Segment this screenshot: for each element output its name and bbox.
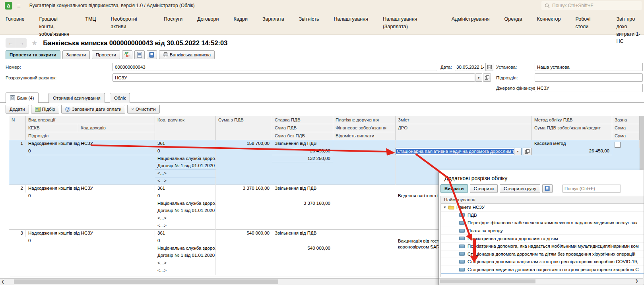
tab-assignments[interactable]: Отримані асигнування bbox=[48, 93, 105, 103]
cell-kor-1[interactable]: 361 bbox=[155, 185, 216, 193]
app-logo-icon[interactable]: a bbox=[5, 2, 12, 10]
add-row-button[interactable]: Додати bbox=[6, 105, 29, 114]
cell-sum-with-vat[interactable]: 3 370 160,00 bbox=[216, 185, 272, 193]
cell-sum-no-vat[interactable]: 540 000,00 bbox=[272, 245, 333, 252]
date-calendar-button[interactable] bbox=[486, 63, 493, 71]
create-button[interactable]: Створити bbox=[470, 184, 498, 193]
main-menu-icon[interactable]: ≡ bbox=[17, 3, 21, 9]
create-group-button[interactable]: Створити групу bbox=[500, 184, 540, 193]
tree-item[interactable]: Стаціонарна допомога пацієнтам з гострою… bbox=[441, 258, 644, 266]
cell-kor-6[interactable]: <...> bbox=[155, 177, 216, 185]
vertical-scrollbar-thumb[interactable] bbox=[640, 116, 644, 171]
date-field[interactable] bbox=[455, 63, 486, 71]
clear-button[interactable]: × Очистити bbox=[127, 105, 159, 114]
menu-robochi-stoly[interactable]: Робочі столи bbox=[575, 15, 601, 35]
cell-sum-no-vat[interactable]: 3 370 160,00 bbox=[272, 200, 333, 208]
tab-accounting[interactable]: Облік bbox=[110, 93, 130, 103]
registers-card-button[interactable] bbox=[147, 50, 157, 59]
global-search[interactable]: Пошук Ctrl+Shift+F bbox=[541, 1, 642, 10]
org-field[interactable] bbox=[535, 63, 643, 71]
cell-kor-6[interactable]: <...> bbox=[155, 222, 216, 230]
cell-kekv[interactable]: 0 bbox=[26, 148, 78, 155]
menu-dohovory[interactable]: Договори bbox=[197, 15, 219, 35]
tree-group-row[interactable]: ▼ Пакети НСЗУ bbox=[441, 204, 644, 212]
cell-kor-2[interactable]: 0 bbox=[155, 148, 216, 155]
cell-kor-5[interactable]: <...> bbox=[155, 170, 216, 177]
menu-tmc[interactable]: ТМЦ bbox=[85, 15, 96, 35]
dro-dropdown-button[interactable]: ▾ bbox=[514, 148, 522, 155]
popup-search-input[interactable] bbox=[562, 185, 621, 193]
collapse-icon[interactable]: ▼ bbox=[443, 206, 446, 209]
popup-scrollbar-thumb[interactable] bbox=[440, 279, 535, 283]
number-field[interactable] bbox=[113, 63, 437, 71]
cell-operation[interactable]: Надходження коштів від НСЗУ bbox=[26, 185, 155, 193]
cell-vat-rate[interactable]: Звільнення від ПДВ bbox=[272, 140, 333, 148]
print-bank-statement-button[interactable]: Банківська виписка bbox=[159, 50, 215, 59]
cell-vat-credit[interactable]: 26 450,00 bbox=[532, 148, 612, 155]
cell-kor-2[interactable]: 0 bbox=[155, 193, 216, 200]
document-structure-button[interactable] bbox=[134, 50, 145, 59]
cell-kor-6[interactable]: <...> bbox=[155, 267, 216, 275]
account-field[interactable] bbox=[113, 73, 475, 82]
pick-button[interactable]: Підбір bbox=[31, 105, 59, 114]
menu-zvit-dokhody[interactable]: Звіт про дохо витрати 1-НС bbox=[616, 15, 644, 35]
tree-item[interactable]: ПДВ bbox=[441, 212, 644, 220]
cell-kor-5[interactable]: <...> bbox=[155, 215, 216, 222]
menu-orenda[interactable]: Оренда bbox=[504, 15, 522, 35]
save-button[interactable]: Записати bbox=[62, 50, 90, 59]
menu-zvitnist[interactable]: Звітність bbox=[299, 15, 319, 35]
fill-payment-dates-button[interactable]: Заповнити дати оплати bbox=[61, 105, 126, 114]
cell-kor-3[interactable]: Національна служба здоро... bbox=[155, 245, 216, 252]
menu-holovne[interactable]: Головне bbox=[6, 15, 25, 35]
menu-kadry[interactable]: Кадри bbox=[233, 15, 247, 35]
department-field[interactable] bbox=[535, 73, 643, 82]
back-button[interactable]: ← bbox=[6, 38, 16, 48]
chevron-right-icon[interactable]: ❯ bbox=[635, 279, 638, 283]
chevron-left-icon[interactable]: ❮ bbox=[1, 279, 4, 284]
cell-operation[interactable]: Надходження коштів від НСЗУ bbox=[26, 140, 155, 148]
horizontal-scrollbar-thumb[interactable] bbox=[14, 279, 278, 284]
cell-flag[interactable] bbox=[612, 140, 640, 148]
cell-kor-4[interactable]: Договір № 1 від 01.01.2020 bbox=[155, 207, 216, 215]
favorite-star-icon[interactable]: ★ bbox=[31, 39, 37, 47]
dro-input[interactable]: Стаціонарна паліативна медична допомога … bbox=[396, 148, 514, 155]
cell-income-code[interactable] bbox=[78, 148, 155, 155]
cell-kor-3[interactable]: Національна служба здоро... bbox=[155, 200, 216, 208]
cell-sum-with-vat[interactable]: 540 000,00 bbox=[216, 230, 272, 237]
tree-item[interactable]: Стаціонарна допомога дорослим та дітям б… bbox=[441, 250, 644, 258]
dro-edit-widget[interactable]: Стаціонарна паліативна медична допомога … bbox=[396, 148, 531, 155]
funding-field[interactable] bbox=[535, 84, 643, 92]
cell-kekv[interactable]: 0 bbox=[26, 237, 78, 245]
cell-n[interactable]: 1 bbox=[9, 140, 26, 148]
tree-item[interactable]: Плата за оренду bbox=[441, 227, 644, 235]
menu-nalashtuvannia-zarplata[interactable]: Налаштування (Зарплата) bbox=[383, 15, 437, 35]
cell-payment-order[interactable] bbox=[333, 140, 396, 185]
checkbox[interactable] bbox=[615, 142, 621, 148]
cell-n[interactable]: 2 bbox=[9, 185, 26, 193]
cell-vat-rate[interactable]: Звільнення від ПДВ bbox=[272, 185, 333, 193]
cell-vat-method[interactable]: Касовий метод bbox=[532, 140, 612, 148]
cell-operation[interactable]: Надходження коштів від НСЗУ bbox=[26, 230, 155, 237]
cell-n[interactable]: 3 bbox=[9, 230, 26, 237]
cell-vat-rate[interactable]: Звільнення від ПДВ bbox=[272, 230, 333, 237]
menu-hroshovi-koshty[interactable]: Грошові кошти, зобов'язання bbox=[39, 15, 71, 35]
account-open-button[interactable] bbox=[483, 73, 491, 82]
dro-open-button[interactable] bbox=[523, 148, 531, 155]
popup-horizontal-scrollbar[interactable]: ❯ bbox=[439, 278, 643, 284]
cell-vat-sum[interactable]: 26 450,00 bbox=[272, 148, 333, 155]
dtkt-postings-button[interactable]: ДтКт bbox=[122, 50, 132, 59]
cell-kor-2[interactable]: 0 bbox=[155, 237, 216, 245]
menu-administruvannia[interactable]: Адміністрування bbox=[452, 15, 490, 35]
cell-content[interactable] bbox=[396, 140, 532, 148]
post-button[interactable]: Провести bbox=[92, 50, 120, 59]
cell-kekv[interactable]: 0 bbox=[26, 193, 78, 200]
menu-nalashtuvannia[interactable]: Налаштування bbox=[334, 15, 368, 35]
cell-dro[interactable]: Стаціонарна паліативна медична допомога … bbox=[396, 148, 532, 155]
select-button[interactable]: Вибрати bbox=[440, 184, 468, 193]
cell-kor-4[interactable]: Договір № 1 від 01.01.2020 bbox=[155, 162, 216, 170]
cell-sum-no-vat[interactable]: 132 250,00 bbox=[272, 155, 333, 163]
tree-item[interactable]: Психіатрична допомога, яка надається моб… bbox=[441, 243, 644, 250]
tab-bank[interactable]: Банк (4) bbox=[6, 92, 39, 103]
cell-kor-1[interactable]: 361 bbox=[155, 140, 216, 148]
cell-kor-5[interactable]: <...> bbox=[155, 260, 216, 267]
